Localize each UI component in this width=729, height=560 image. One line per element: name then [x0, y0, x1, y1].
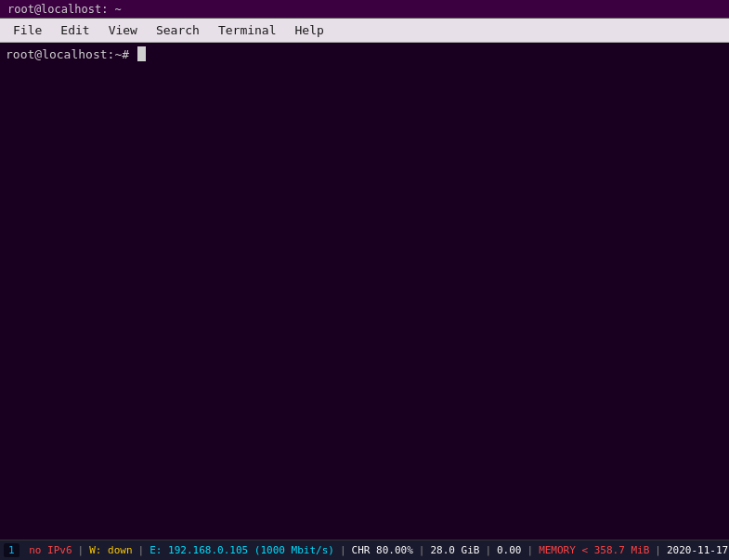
status-bar: 1 no IPv6 | W: down | E: 192.168.0.105 (… [0, 540, 729, 560]
sep3: | [340, 544, 346, 556]
sep1: | [78, 544, 85, 556]
prompt-line: root@localhost:~# [6, 46, 723, 61]
status-memory: MEMORY < 358.7 MiB [535, 544, 653, 556]
status-datetime: 2020-11-17 02:07:10 [663, 544, 729, 556]
terminal-area[interactable]: root@localhost:~# [0, 43, 729, 540]
prompt-text: root@localhost:~# [6, 47, 137, 61]
menu-edit[interactable]: Edit [51, 20, 98, 40]
menu-bar: File Edit View Search Terminal Help [0, 19, 729, 43]
status-disk: 28.0 GiB [426, 544, 483, 556]
title-text: root@localhost: ~ [7, 3, 122, 16]
status-w-down: W: down [85, 544, 136, 556]
sep6: | [527, 544, 534, 556]
menu-terminal[interactable]: Terminal [209, 20, 286, 40]
status-load: 0.00 [493, 544, 526, 556]
sep2: | [138, 544, 145, 556]
tab-number: 1 [4, 543, 20, 557]
cursor [137, 46, 146, 61]
sep4: | [419, 544, 425, 556]
status-eth: E: 192.168.0.105 (1000 Mbit/s) [146, 544, 338, 556]
status-no-ipv6: no IPv6 [20, 544, 76, 556]
menu-view[interactable]: View [99, 20, 147, 40]
menu-help[interactable]: Help [286, 20, 333, 40]
sep7: | [655, 544, 661, 556]
title-bar: root@localhost: ~ [0, 0, 729, 19]
menu-search[interactable]: Search [147, 20, 209, 40]
status-chr: CHR 80.00% [348, 544, 417, 556]
sep5: | [485, 544, 491, 556]
menu-file[interactable]: File [4, 20, 51, 40]
